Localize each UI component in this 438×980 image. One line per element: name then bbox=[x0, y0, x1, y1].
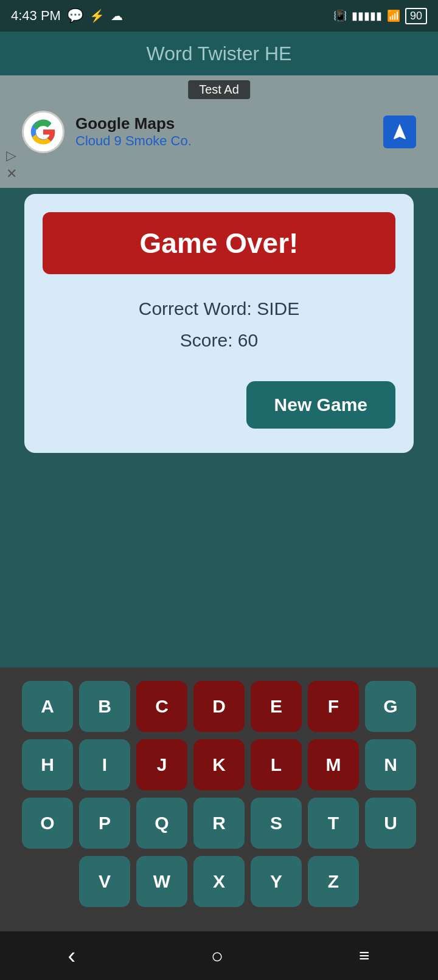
keyboard-row-0: ABCDEFG bbox=[6, 681, 432, 732]
key-j[interactable]: J bbox=[136, 739, 187, 790]
app-title-bar: Word Twister HE bbox=[0, 32, 438, 75]
wifi-icon: 📶 bbox=[387, 9, 400, 22]
key-v[interactable]: V bbox=[79, 856, 130, 907]
key-a[interactable]: A bbox=[22, 681, 73, 732]
key-x[interactable]: X bbox=[193, 856, 245, 907]
key-s[interactable]: S bbox=[251, 798, 302, 849]
status-bar: 4:43 PM 💬 ⚡ ☁ 📳 ▮▮▮▮▮ 📶 90 bbox=[0, 0, 438, 32]
game-over-text: Game Over! bbox=[140, 227, 299, 259]
vibrate-icon: 📳 bbox=[333, 9, 347, 22]
ad-advertiser-sub: Cloud 9 Smoke Co. bbox=[75, 133, 192, 149]
new-game-button[interactable]: New Game bbox=[246, 381, 395, 429]
keyboard-area: ABCDEFGHIJKLMNOPQRSTUVWXYZ bbox=[0, 668, 438, 931]
ad-advertiser-name: Google Maps bbox=[75, 114, 192, 133]
keyboard-row-1: HIJKLMN bbox=[6, 739, 432, 790]
menu-button[interactable]: ≡ bbox=[359, 945, 370, 966]
back-button[interactable]: ‹ bbox=[68, 943, 75, 969]
key-d[interactable]: D bbox=[193, 681, 245, 732]
status-left: 4:43 PM 💬 ⚡ ☁ bbox=[11, 8, 123, 24]
ad-content: Google Maps Cloud 9 Smoke Co. bbox=[22, 111, 416, 153]
key-w[interactable]: W bbox=[136, 856, 187, 907]
keyboard-row-3: VWXYZ bbox=[6, 856, 432, 907]
key-e[interactable]: E bbox=[251, 681, 302, 732]
key-y[interactable]: Y bbox=[251, 856, 302, 907]
usb-icon: ⚡ bbox=[89, 9, 105, 23]
ad-close-icon[interactable]: ✕ bbox=[6, 166, 17, 182]
key-r[interactable]: R bbox=[193, 798, 245, 849]
app-title: Word Twister HE bbox=[147, 43, 292, 65]
content-area: Turns: 0 Score: 60 Game Over! Correct Wo… bbox=[0, 188, 438, 668]
key-u[interactable]: U bbox=[365, 798, 416, 849]
key-b[interactable]: B bbox=[79, 681, 130, 732]
key-h[interactable]: H bbox=[22, 739, 73, 790]
key-t[interactable]: T bbox=[308, 798, 359, 849]
game-over-modal: Game Over! Correct Word: SIDE Score: 60 … bbox=[24, 194, 414, 453]
key-z[interactable]: Z bbox=[308, 856, 359, 907]
keyboard-row-2: OPQRSTU bbox=[6, 798, 432, 849]
screen: 4:43 PM 💬 ⚡ ☁ 📳 ▮▮▮▮▮ 📶 90 Word Twister … bbox=[0, 0, 438, 980]
google-logo bbox=[22, 111, 64, 153]
ad-text: Google Maps Cloud 9 Smoke Co. bbox=[75, 114, 192, 149]
modal-overlay: Game Over! Correct Word: SIDE Score: 60 … bbox=[0, 188, 438, 668]
whatsapp-icon: 💬 bbox=[67, 8, 83, 24]
key-f[interactable]: F bbox=[308, 681, 359, 732]
correct-word-display: Correct Word: SIDE bbox=[139, 298, 300, 319]
ad-test-label: Test Ad bbox=[188, 80, 250, 99]
game-over-banner: Game Over! bbox=[43, 212, 395, 274]
home-button[interactable]: ○ bbox=[211, 944, 224, 968]
key-g[interactable]: G bbox=[365, 681, 416, 732]
ad-controls: ▷ ✕ bbox=[6, 148, 17, 182]
key-i[interactable]: I bbox=[79, 739, 130, 790]
ad-navigate-icon[interactable] bbox=[383, 116, 416, 148]
status-time: 4:43 PM bbox=[11, 8, 61, 24]
battery-indicator: 90 bbox=[405, 8, 427, 24]
key-q[interactable]: Q bbox=[136, 798, 187, 849]
signal-icon: ▮▮▮▮▮ bbox=[352, 9, 382, 22]
key-p[interactable]: P bbox=[79, 798, 130, 849]
ad-banner: Test Ad Google Maps Cloud 9 Smoke Co. bbox=[0, 75, 438, 188]
cloud-icon: ☁ bbox=[111, 9, 123, 23]
key-l[interactable]: L bbox=[251, 739, 302, 790]
bottom-nav: ‹ ○ ≡ bbox=[0, 931, 438, 980]
key-n[interactable]: N bbox=[365, 739, 416, 790]
key-m[interactable]: M bbox=[308, 739, 359, 790]
key-o[interactable]: O bbox=[22, 798, 73, 849]
status-icons: 📳 ▮▮▮▮▮ 📶 90 bbox=[333, 8, 427, 24]
ad-play-icon[interactable]: ▷ bbox=[6, 148, 17, 164]
key-k[interactable]: K bbox=[193, 739, 245, 790]
final-score-display: Score: 60 bbox=[180, 330, 258, 351]
key-c[interactable]: C bbox=[136, 681, 187, 732]
